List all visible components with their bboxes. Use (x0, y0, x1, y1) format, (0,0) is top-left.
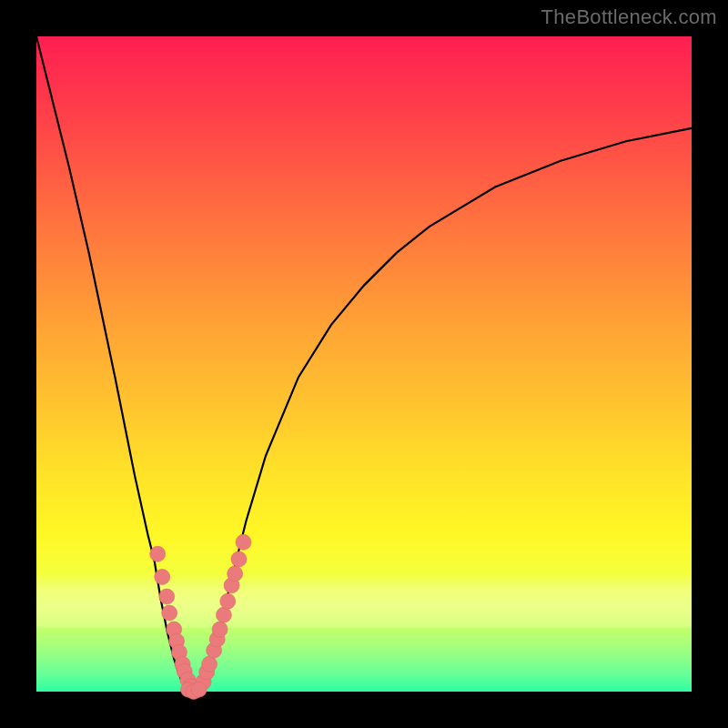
plot-area (36, 36, 692, 692)
data-marker (216, 607, 231, 622)
data-marker (236, 534, 251, 550)
data-marker (155, 570, 170, 585)
data-marker (159, 589, 175, 604)
chart-frame: TheBottleneck.com (0, 0, 728, 728)
watermark-text: TheBottleneck.com (541, 5, 717, 29)
markers-left (150, 546, 199, 693)
data-marker (231, 551, 247, 567)
data-marker (191, 682, 207, 697)
data-marker (212, 622, 228, 637)
bottleneck-curve (36, 36, 692, 692)
data-marker (228, 566, 243, 581)
data-marker (220, 593, 236, 609)
curve-svg (36, 36, 692, 692)
markers-bottom (181, 682, 207, 699)
data-marker (202, 656, 217, 672)
data-marker (150, 546, 166, 561)
markers-right (196, 534, 251, 689)
data-marker (162, 605, 177, 621)
